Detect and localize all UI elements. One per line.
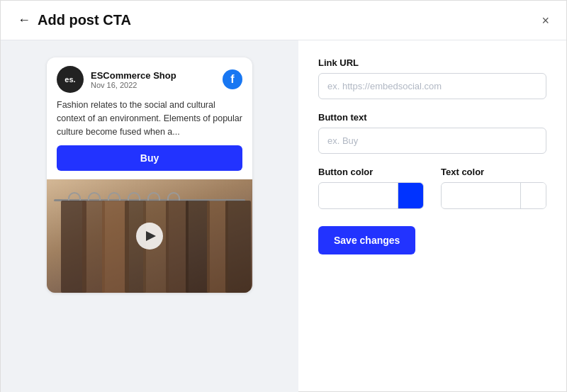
post-date: Nov 16, 2022	[91, 81, 176, 89]
back-button[interactable]: ←	[18, 13, 30, 28]
link-url-input[interactable]	[318, 73, 546, 99]
button-text-input[interactable]	[318, 128, 546, 154]
hanger-6	[167, 192, 180, 201]
button-color-group: Button color #0033ff	[318, 167, 424, 209]
author-info: ESCommerce Shop Nov 16, 2022	[91, 70, 176, 89]
clothing-7	[186, 201, 210, 293]
text-color-swatch[interactable]	[520, 183, 546, 208]
post-card-header: es. ESCommerce Shop Nov 16, 2022 f	[47, 57, 252, 99]
author-name: ESCommerce Shop	[91, 70, 176, 81]
clothing-9	[225, 201, 251, 293]
button-color-wrapper: #0033ff	[318, 182, 424, 209]
hanger-4	[128, 192, 140, 201]
hanger-5	[147, 192, 160, 201]
button-color-label: Button color	[318, 167, 424, 177]
play-button[interactable]	[136, 223, 163, 250]
hanger-1	[68, 192, 81, 201]
avatar: es.	[57, 66, 84, 93]
modal-container: ← Add post CTA × es. ESCommerce Shop Nov…	[0, 0, 567, 392]
post-author: es. ESCommerce Shop Nov 16, 2022	[57, 66, 176, 93]
link-url-label: Link URL	[318, 57, 546, 68]
button-text-label: Button text	[318, 112, 546, 123]
post-card: es. ESCommerce Shop Nov 16, 2022 f Fashi…	[47, 57, 252, 293]
close-button[interactable]: ×	[541, 14, 549, 27]
button-color-hex-input[interactable]: #0033ff	[319, 184, 398, 208]
text-color-group: Text color #ffffff	[441, 167, 546, 209]
play-triangle-icon	[146, 231, 156, 241]
modal-body: es. ESCommerce Shop Nov 16, 2022 f Fashi…	[1, 40, 566, 392]
save-changes-button[interactable]: Save changes	[318, 226, 415, 254]
modal-header-left: ← Add post CTA	[18, 12, 131, 28]
button-text-group: Button text	[318, 112, 546, 154]
post-image	[47, 179, 252, 293]
text-color-wrapper: #ffffff	[441, 182, 546, 209]
preview-cta-button[interactable]: Buy	[57, 145, 242, 171]
hanger-3	[108, 192, 120, 201]
link-url-group: Link URL	[318, 57, 546, 99]
facebook-icon: f	[223, 69, 242, 89]
preview-panel: es. ESCommerce Shop Nov 16, 2022 f Fashi…	[1, 40, 298, 392]
modal-header: ← Add post CTA ×	[1, 1, 566, 40]
text-color-label: Text color	[441, 167, 546, 177]
text-color-hex-input[interactable]: #ffffff	[442, 184, 520, 208]
form-panel: Link URL Button text Button color #0033f…	[298, 40, 566, 392]
color-row: Button color #0033ff Text color #ffffff	[318, 167, 546, 209]
hanger-2	[88, 192, 101, 201]
modal-title: Add post CTA	[38, 12, 131, 28]
post-text: Fashion relates to the social and cultur…	[47, 99, 252, 145]
button-color-swatch[interactable]	[398, 183, 423, 208]
